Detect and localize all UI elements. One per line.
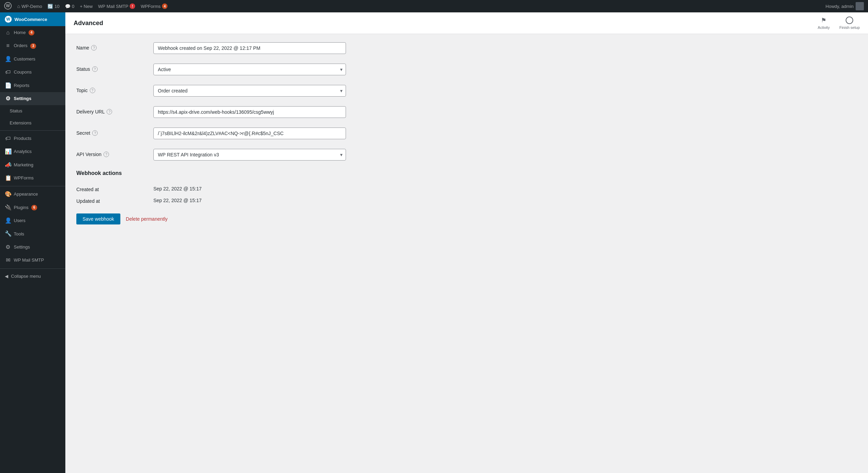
secret-help-icon[interactable]: ? [92,130,98,136]
sidebar-item-reports[interactable]: 📄 Reports [0,79,65,92]
created-at-label: Created at [76,187,99,192]
actions-row: Save webhook Delete permanently [76,213,433,224]
api-version-select[interactable]: WP REST API Integration v3 WP REST API I… [153,149,346,161]
sidebar-item-users[interactable]: 👤 Users [0,214,65,227]
delivery-url-help-icon[interactable]: ? [107,109,112,114]
sidebar-divider-1 [0,130,65,131]
created-at-label-col: Created at [76,186,145,192]
name-input[interactable] [153,42,346,54]
status-row: Status ? Active Paused Disabled ▾ [76,64,433,75]
howdy: Howdy, admin [826,2,864,10]
created-at-value: Sep 22, 2022 @ 15:17 [153,186,202,191]
sidebar-divider-3 [0,268,65,269]
sidebar-item-customers[interactable]: 👤 Customers [0,53,65,66]
status-help-icon[interactable]: ? [92,66,98,72]
wp-logo-icon[interactable]: W [4,2,12,11]
api-version-label: API Version [76,152,101,157]
sidebar-item-wpforms[interactable]: 📋 WPForms [0,172,65,185]
analytics-icon: 📊 [5,148,11,155]
site-name[interactable]: ⌂ WP-Demo [17,3,42,9]
topic-select[interactable]: Order created Order updated Order delete… [153,85,346,97]
wpforms-badge: 4 [162,3,167,9]
api-version-help-icon[interactable]: ? [104,152,109,157]
settings-icon: ⚙ [5,95,11,102]
sidebar-item-marketing[interactable]: 📣 Marketing [0,158,65,172]
name-label-col: Name ? [76,42,145,51]
secret-label: Secret [76,130,90,136]
home-icon: ⌂ [5,29,11,36]
webhook-actions-heading: Webhook actions [76,170,433,179]
orders-badge: 3 [30,43,36,49]
page-title: Advanced [74,20,103,27]
products-icon: 🏷 [5,135,11,142]
settings-main-icon: ⚙ [5,243,11,251]
name-input-col [153,42,346,54]
wp-mail-smtp-sidebar-icon: ✉ [5,256,11,264]
activity-button[interactable]: ⚑ Activity [818,16,830,30]
sidebar-item-home[interactable]: ⌂ Home 4 [0,26,65,39]
form-area: Name ? Status ? Active Paused [65,34,444,233]
collapse-menu[interactable]: ◀ Collapse menu [0,270,65,282]
avatar [856,2,864,10]
topic-row: Topic ? Order created Order updated Orde… [76,85,433,97]
sidebar-item-extensions[interactable]: Extensions [0,117,65,129]
woocommerce-header[interactable]: W WooCommerce [0,12,65,26]
sidebar-item-plugins[interactable]: 🔌 Plugins 6 [0,201,65,214]
delivery-url-label: Delivery URL [76,109,105,114]
sidebar-item-wp-mail-smtp[interactable]: ✉ WP Mail SMTP [0,254,65,267]
delivery-url-input[interactable] [153,106,346,118]
secret-input[interactable] [153,128,346,139]
reports-icon: 📄 [5,82,11,89]
appearance-icon: 🎨 [5,190,11,198]
content-header: Advanced ⚑ Activity Finish setup [65,12,868,34]
sidebar-item-settings-main[interactable]: ⚙ Settings [0,241,65,254]
status-label-col: Status ? [76,64,145,72]
webhook-actions-section: Webhook actions Created at Sep 22, 2022 … [76,170,433,204]
comments-item[interactable]: 💬 0 [65,4,74,9]
finish-setup-button[interactable]: Finish setup [839,16,860,30]
plugins-icon: 🔌 [5,204,11,211]
sidebar-item-status[interactable]: Status [0,105,65,117]
delivery-url-input-col [153,106,346,118]
wpforms-sidebar-icon: 📋 [5,174,11,182]
delivery-url-row: Delivery URL ? [76,106,433,118]
admin-bar: W ⌂ WP-Demo 🔄 10 💬 0 + New WP Mail SMTP … [0,0,868,12]
sidebar-item-orders[interactable]: ≡ Orders 3 [0,39,65,52]
sidebar-item-analytics[interactable]: 📊 Analytics [0,145,65,158]
updated-at-value: Sep 22, 2022 @ 15:17 [153,198,202,203]
secret-row: Secret ? [76,128,433,139]
name-row: Name ? [76,42,433,54]
save-webhook-button[interactable]: Save webhook [76,213,120,224]
coupons-icon: 🏷 [5,68,11,76]
updates-item[interactable]: 🔄 10 [47,4,59,9]
marketing-icon: 📣 [5,161,11,169]
topic-label: Topic [76,88,88,93]
new-item[interactable]: + New [80,4,93,9]
topic-help-icon[interactable]: ? [90,88,95,93]
orders-icon: ≡ [5,42,11,50]
api-version-input-col: WP REST API Integration v3 WP REST API I… [153,149,346,161]
wpforms-item[interactable]: WPForms 4 [141,3,167,9]
name-help-icon[interactable]: ? [91,45,97,51]
sidebar-item-appearance[interactable]: 🎨 Appearance [0,188,65,201]
secret-label-col: Secret ? [76,128,145,136]
delivery-url-label-col: Delivery URL ? [76,106,145,114]
collapse-icon: ◀ [5,274,8,279]
secret-input-col [153,128,346,139]
plugins-badge: 6 [31,205,37,210]
api-version-row: API Version ? WP REST API Integration v3… [76,149,433,161]
wp-mail-smtp-badge: ! [130,3,135,9]
sidebar-item-settings[interactable]: ⚙ Settings [0,92,65,105]
status-label: Status [76,66,90,72]
finish-setup-icon [846,16,853,24]
delete-permanently-button[interactable]: Delete permanently [126,216,167,222]
home-badge: 4 [29,30,35,35]
status-select[interactable]: Active Paused Disabled [153,64,346,75]
wp-mail-smtp-item[interactable]: WP Mail SMTP ! [98,3,135,9]
sidebar-item-products[interactable]: 🏷 Products [0,132,65,145]
sidebar-item-tools[interactable]: 🔧 Tools [0,227,65,240]
customers-icon: 👤 [5,55,11,63]
sidebar-item-coupons[interactable]: 🏷 Coupons [0,66,65,79]
status-input-col: Active Paused Disabled ▾ [153,64,346,75]
api-version-select-wrapper: WP REST API Integration v3 WP REST API I… [153,149,346,161]
